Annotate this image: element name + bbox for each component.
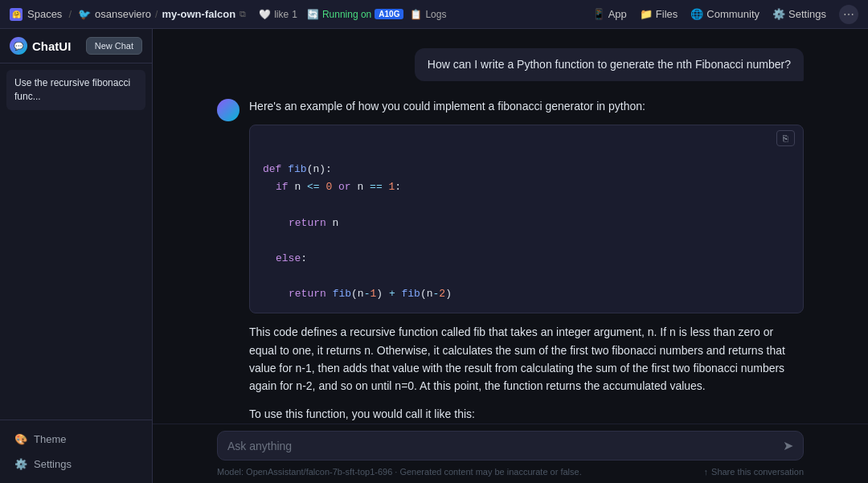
community-icon: 🌐 (690, 8, 703, 20)
assistant-message: Here's an example of how you could imple… (217, 97, 804, 424)
chat-input-wrapper: ➤ (217, 431, 804, 460)
assistant-avatar (217, 99, 240, 121)
code-block-1: ⎘ def fib(n): if n <= 0 or n == 1: retur… (249, 125, 804, 313)
logs-icon: 📋 (410, 9, 422, 20)
settings-label: Settings (788, 8, 826, 20)
usage-intro: To use this function, you would call it … (249, 405, 804, 423)
running-section: 🔄 Running on A10G (307, 9, 404, 20)
spaces-label: Spaces (27, 8, 62, 20)
nav-app[interactable]: 📱 App (592, 8, 627, 20)
nav-repo-name[interactable]: my-own-falcon (162, 8, 235, 20)
brand-spaces: 🤗 Spaces (10, 8, 62, 21)
assistant-intro: Here's an example of how you could imple… (249, 97, 804, 115)
model-icon: 🐦 (78, 8, 91, 20)
more-button[interactable]: ⋯ (839, 5, 858, 24)
chatui-label: ChatUI (32, 39, 71, 53)
files-label: Files (656, 8, 678, 20)
assistant-description: This code defines a recursive function c… (249, 323, 804, 395)
a10g-badge: A10G (375, 9, 403, 19)
nav-settings[interactable]: ⚙️ Settings (772, 8, 826, 20)
chat-area: How can I write a Python function to gen… (153, 29, 868, 483)
files-icon: 📁 (640, 8, 653, 20)
topnav-right: 📱 App 📁 Files 🌐 Community ⚙️ Settings ⋯ (592, 5, 858, 24)
running-icon: 🔄 (307, 9, 319, 20)
logs-section[interactable]: 📋 Logs (410, 9, 446, 20)
model-path: 🐦 osanseviero / my-own-falcon ⧉ (78, 8, 246, 20)
chat-input-area: ➤ (153, 424, 868, 464)
more-icon: ⋯ (843, 8, 854, 21)
nav-separator: / (68, 8, 72, 20)
user-message: How can I write a Python function to gen… (217, 48, 804, 81)
sidebar-bottom: 🎨 Theme ⚙️ Settings (0, 420, 152, 483)
logs-label: Logs (425, 9, 446, 20)
community-label: Community (706, 8, 760, 20)
settings-icon: ⚙️ (772, 8, 785, 20)
nav-files[interactable]: 📁 Files (640, 8, 678, 20)
code-content-1: def fib(n): if n <= 0 or n == 1: return … (250, 151, 803, 313)
copy-icon[interactable]: ⧉ (240, 9, 246, 19)
send-button[interactable]: ➤ (783, 438, 793, 453)
new-chat-button[interactable]: New Chat (86, 37, 142, 55)
sidebar-history: Use the recursive fibonacci func... (0, 63, 152, 420)
sidebar-header: 💬 ChatUI New Chat (0, 29, 152, 63)
chat-footer: Model: OpenAssistant/falcon-7b-sft-top1-… (153, 464, 868, 483)
app-icon: 📱 (592, 8, 605, 20)
nav-user[interactable]: osanseviero (95, 8, 151, 20)
sidebar-history-item[interactable]: Use the recursive fibonacci func... (6, 70, 145, 110)
theme-icon: 🎨 (14, 433, 27, 445)
theme-label: Theme (34, 433, 66, 445)
main-layout: 💬 ChatUI New Chat Use the recursive fibo… (0, 29, 868, 483)
settings-sidebar-icon: ⚙️ (14, 458, 27, 470)
app-label: App (608, 8, 627, 20)
chatui-brand: 💬 ChatUI (10, 37, 71, 55)
spaces-icon: 🤗 (10, 8, 23, 21)
like-section[interactable]: 🤍 like 1 (259, 9, 297, 20)
share-conversation-link[interactable]: ↑ Share this conversation (704, 467, 804, 477)
code-block-1-header: ⎘ (250, 125, 803, 151)
sidebar-item-settings[interactable]: ⚙️ Settings (6, 452, 145, 477)
running-label: Running on (322, 9, 371, 20)
chatui-icon: 💬 (10, 37, 27, 55)
assistant-content: Here's an example of how you could imple… (249, 97, 804, 424)
copy-icon-1: ⎘ (783, 133, 788, 143)
user-bubble: How can I write a Python function to gen… (415, 48, 804, 81)
model-info: Model: OpenAssistant/falcon-7b-sft-top1-… (217, 467, 582, 477)
copy-code-1-button[interactable]: ⎘ (776, 130, 795, 146)
like-label: like (274, 9, 289, 20)
share-label: Share this conversation (711, 467, 804, 477)
chat-messages: How can I write a Python function to gen… (153, 29, 868, 424)
topnav: 🤗 Spaces / 🐦 osanseviero / my-own-falcon… (0, 0, 868, 29)
like-count: 1 (292, 9, 297, 20)
path-slash: / (155, 9, 158, 20)
sidebar: 💬 ChatUI New Chat Use the recursive fibo… (0, 29, 153, 483)
sidebar-item-theme[interactable]: 🎨 Theme (6, 427, 145, 452)
share-icon: ↑ (704, 467, 709, 477)
nav-community[interactable]: 🌐 Community (690, 8, 760, 20)
settings-sidebar-label: Settings (34, 458, 72, 470)
chat-input[interactable] (227, 440, 776, 452)
send-icon: ➤ (783, 438, 793, 453)
heart-icon: 🤍 (259, 9, 271, 20)
